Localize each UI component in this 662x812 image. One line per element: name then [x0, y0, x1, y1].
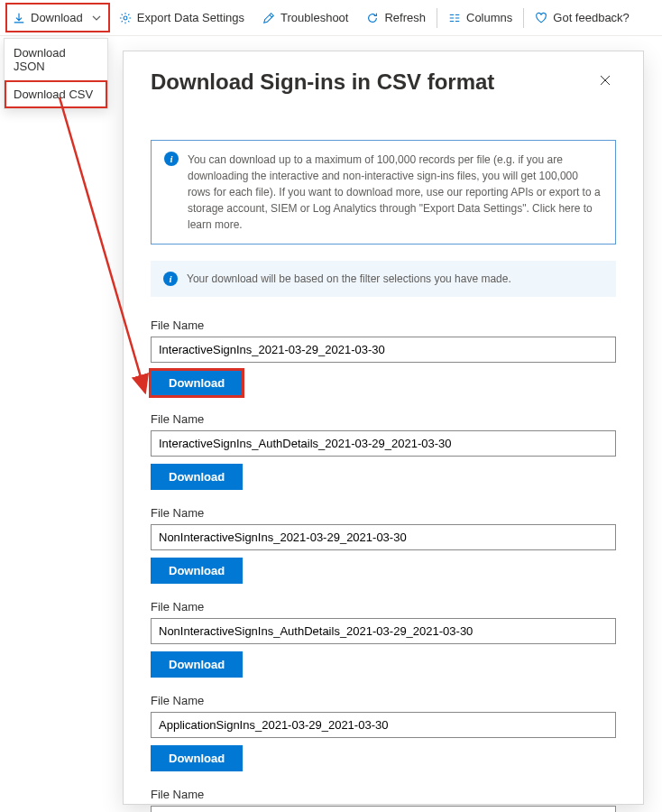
toolbar-separator	[523, 8, 524, 28]
columns-button[interactable]: Columns	[439, 0, 521, 35]
download-icon	[13, 12, 25, 24]
wrench-icon	[262, 12, 275, 24]
chevron-down-icon	[92, 14, 101, 23]
feedback-label: Got feedback?	[553, 11, 630, 24]
gear-icon	[119, 12, 132, 24]
refresh-icon	[366, 12, 379, 24]
refresh-label: Refresh	[384, 11, 426, 24]
troubleshoot-button[interactable]: Troubleshoot	[253, 0, 357, 35]
download-label: Download	[31, 11, 83, 24]
export-label: Export Data Settings	[137, 11, 244, 24]
columns-icon	[448, 12, 461, 24]
troubleshoot-label: Troubleshoot	[280, 11, 348, 24]
columns-label: Columns	[466, 11, 512, 24]
export-settings-button[interactable]: Export Data Settings	[110, 0, 253, 35]
feedback-button[interactable]: Got feedback?	[526, 0, 639, 35]
toolbar-separator	[437, 8, 437, 28]
svg-point-0	[124, 16, 127, 20]
download-menu-button[interactable]: Download	[4, 0, 110, 35]
toolbar: Download Export Data Settings Troublesho…	[0, 0, 662, 36]
refresh-button[interactable]: Refresh	[357, 0, 435, 35]
heart-icon	[535, 12, 547, 24]
